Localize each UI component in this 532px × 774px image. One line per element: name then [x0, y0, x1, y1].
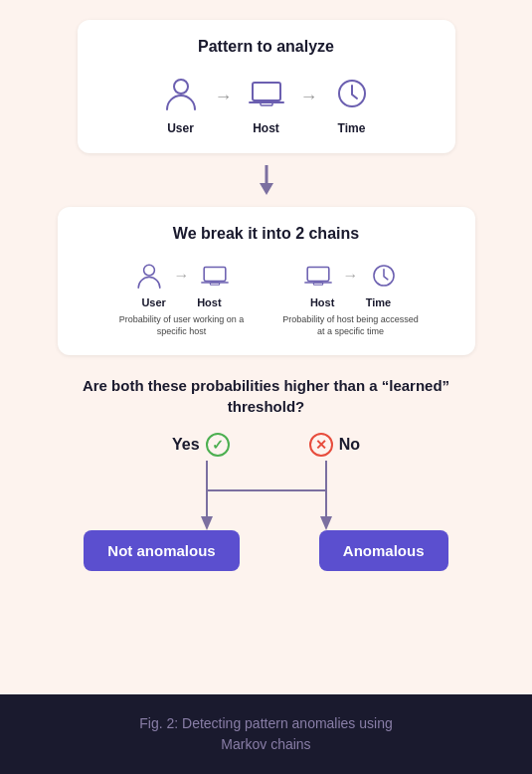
host-item: Host	[245, 72, 288, 135]
time-item: Time	[330, 72, 374, 135]
svg-rect-2	[261, 102, 272, 105]
host-label: Host	[253, 121, 279, 135]
chain2-labels: Host Time	[310, 296, 391, 308]
chain2-icons: →	[301, 259, 401, 292]
down-arrow-1	[255, 165, 278, 195]
chain2-host-label: Host	[310, 296, 334, 308]
svg-rect-7	[204, 268, 226, 282]
chain1-spacer	[174, 296, 189, 308]
yes-text: Yes	[172, 436, 200, 454]
footer-text: Fig. 2: Detecting pattern anomalies usin…	[139, 713, 392, 755]
svg-point-6	[143, 265, 154, 276]
chain1-user-icon	[132, 259, 166, 292]
check-circle: ✓	[206, 433, 230, 457]
arrow-1: →	[215, 87, 233, 107]
svg-marker-18	[320, 516, 332, 530]
pattern-card: Pattern to analyze User → Host	[78, 20, 455, 153]
pattern-title: Pattern to analyze	[198, 38, 334, 56]
arrow-2: →	[300, 87, 318, 107]
question-text: Are both these probabilities higher than…	[58, 375, 475, 417]
chain1-labels: User Host	[141, 296, 221, 308]
svg-rect-10	[313, 283, 322, 285]
no-label: ✕ No	[309, 433, 360, 457]
chain1-arrow: →	[174, 267, 190, 285]
chain1-host-label: Host	[197, 296, 221, 308]
chain1-icons: →	[132, 259, 232, 292]
main-content: Pattern to analyze User → Host	[0, 0, 532, 694]
chain1-laptop-icon	[198, 259, 232, 292]
chains-title: We break it into 2 chains	[173, 225, 359, 243]
chain2-time-label: Time	[366, 296, 391, 308]
chain2-clock-icon	[367, 259, 401, 292]
result-row: Not anomalous Anomalous	[84, 530, 447, 571]
svg-rect-9	[307, 268, 329, 282]
x-circle: ✕	[309, 433, 333, 457]
yes-label: Yes ✓	[172, 433, 230, 457]
chain1-group: → User Host Probability of user working …	[112, 259, 252, 337]
branch-container	[107, 461, 426, 530]
chain2-spacer	[342, 296, 357, 308]
not-anomalous-button[interactable]: Not anomalous	[84, 530, 239, 571]
anomalous-button[interactable]: Anomalous	[319, 530, 448, 571]
clock-icon	[330, 72, 374, 115]
chains-card: We break it into 2 chains →	[58, 207, 475, 355]
chain2-group: → Host Time Probability of host being ac…	[281, 259, 421, 337]
chain1-description: Probability of user working on a specifi…	[112, 314, 252, 337]
chains-row: → User Host Probability of user working …	[82, 259, 451, 337]
branch-lines	[107, 461, 426, 530]
svg-marker-17	[201, 516, 213, 530]
svg-rect-1	[253, 83, 280, 100]
footer-line1: Fig. 2: Detecting pattern anomalies usin…	[139, 715, 392, 752]
svg-marker-5	[260, 183, 273, 195]
down-arrow-icon	[255, 165, 278, 195]
footer: Fig. 2: Detecting pattern anomalies usin…	[0, 694, 532, 774]
user-item: User	[159, 72, 203, 135]
yes-no-row: Yes ✓ ✕ No	[20, 433, 512, 457]
user-label: User	[167, 121, 194, 135]
time-label: Time	[338, 121, 366, 135]
chain2-laptop-icon	[301, 259, 335, 292]
chain2-description: Probability of host being accessed at a …	[281, 314, 421, 337]
chain2-arrow: →	[343, 267, 359, 285]
no-text: No	[339, 436, 360, 454]
question-section: Are both these probabilities higher than…	[20, 375, 512, 571]
user-icon	[159, 72, 203, 115]
svg-rect-8	[210, 283, 219, 285]
svg-point-0	[174, 80, 188, 94]
chain1-user-label: User	[141, 296, 165, 308]
pattern-icon-row: User → Host → Time	[159, 72, 374, 135]
laptop-icon	[245, 72, 288, 115]
